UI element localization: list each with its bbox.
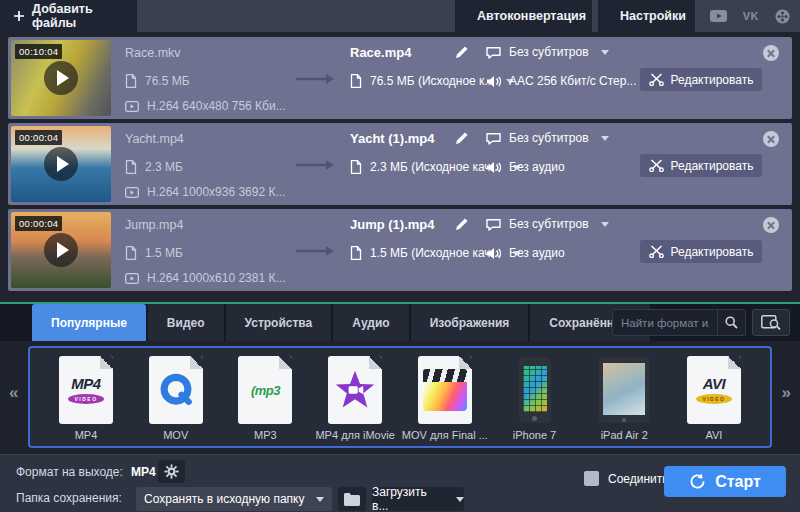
chevron-down-icon (456, 497, 464, 502)
subtitles-dropdown[interactable]: Без субтитров (486, 217, 609, 231)
save-folder-label: Папка сохранения: (16, 491, 122, 505)
format-settings-button[interactable] (158, 460, 185, 483)
upload-button[interactable]: Загрузить в... (372, 487, 464, 511)
speaker-icon (486, 247, 501, 260)
youtube-icon[interactable] (710, 10, 727, 22)
merge-label: Соединить (608, 472, 669, 486)
speaker-icon (486, 161, 501, 174)
format-card-iphone7[interactable]: iPhone 7 (491, 354, 579, 441)
edit-button[interactable]: Редактировать (640, 154, 762, 177)
save-folder-dropdown[interactable]: Сохранять в исходную папку (136, 487, 332, 511)
audio-dropdown[interactable]: Без аудио (486, 160, 565, 174)
tab-popular[interactable]: Популярные (32, 304, 146, 341)
imovie-star-icon (311, 354, 399, 426)
source-size-line: 1.5 МБ (125, 246, 183, 260)
source-filename: Yacht.mp4 (125, 132, 184, 146)
format-card-finalcut[interactable]: MOV для Final ... (401, 354, 489, 441)
subtitles-bubble-icon (486, 218, 501, 231)
convert-arrow-icon (296, 74, 334, 84)
output-size: 76.5 МБ (Исходное к... (370, 74, 494, 88)
file-icon (350, 246, 362, 260)
quicktime-icon (132, 354, 220, 426)
remove-file-button[interactable] (763, 131, 779, 147)
tabs: Популярные Видео Устройства Аудио Изобра… (32, 304, 652, 341)
finalcut-clapper-icon (401, 354, 489, 426)
duration-badge: 00:00:04 (15, 216, 62, 231)
merge-checkbox[interactable] (584, 471, 599, 486)
edit-button[interactable]: Редактировать (640, 68, 762, 91)
autoconvert-button[interactable]: Автоконвертация (455, 0, 592, 32)
duration-badge: 00:00:04 (15, 130, 62, 145)
video-thumbnail: 00:00:04 (11, 212, 111, 288)
source-codec-line: H.264 1000x936 3692 К... (125, 185, 285, 199)
scroll-left-button[interactable]: « (9, 383, 18, 403)
audio-dropdown[interactable]: Без аудио (486, 246, 565, 260)
format-tabbar: Популярные Видео Устройства Аудио Изобра… (0, 304, 800, 341)
tab-devices[interactable]: Устройства (226, 304, 332, 341)
tab-images[interactable]: Изображения (411, 304, 529, 341)
rename-pencil-icon[interactable] (455, 132, 468, 145)
remove-file-button[interactable] (763, 45, 779, 61)
play-button[interactable] (44, 233, 78, 267)
output-format-value: MP4 (131, 465, 156, 479)
format-card-mov[interactable]: MOV (132, 354, 220, 441)
source-codec-line: H.264 1000x610 2381 К... (125, 271, 285, 285)
bottom-bar: Формат на выходе: MP4 Папка сохранения: … (0, 454, 800, 512)
rename-pencil-icon[interactable] (455, 46, 468, 59)
format-label: iPad Air 2 (580, 429, 668, 441)
speaker-icon (486, 75, 501, 88)
output-filename[interactable]: Yacht (1).mp4 (350, 131, 435, 146)
search-input[interactable] (613, 310, 717, 335)
tab-video[interactable]: Видео (148, 304, 224, 341)
start-button[interactable]: Старт (664, 466, 786, 497)
remove-file-button[interactable] (763, 217, 779, 233)
play-button[interactable] (44, 61, 78, 95)
avi-icon-text: AVI (703, 376, 725, 391)
file-icon (350, 160, 362, 174)
format-panel: MP4 VIDEO MP4 MOV (mp3 MP3 (28, 346, 772, 448)
format-card-mp3[interactable]: (mp3 MP3 (221, 354, 309, 441)
format-card-ipadair2[interactable]: iPad Air 2 (580, 354, 668, 441)
tab-audio[interactable]: Аудио (333, 304, 408, 341)
search-button[interactable] (717, 310, 745, 335)
format-card-mp4[interactable]: MP4 VIDEO MP4 (42, 354, 130, 441)
output-size: 2.3 МБ (Исходное кач... (370, 160, 501, 174)
scissors-icon (649, 159, 664, 172)
file-icon (125, 160, 137, 174)
edit-label: Редактировать (671, 159, 754, 173)
output-filename[interactable]: Race.mp4 (350, 45, 411, 60)
device-detect-button[interactable] (752, 309, 790, 336)
scroll-right-button[interactable]: » (782, 383, 791, 403)
format-card-imovie[interactable]: MP4 для iMovie (311, 354, 399, 441)
settings-button[interactable]: Настройки (598, 0, 695, 32)
audio-value: AAC 256 Кбит/с Стер... (509, 74, 636, 88)
subtitles-dropdown[interactable]: Без субтитров (486, 45, 609, 59)
gear-icon (164, 464, 179, 479)
open-folder-button[interactable] (338, 487, 366, 511)
output-filename[interactable]: Jump (1).mp4 (350, 217, 435, 232)
format-label: MP3 (221, 429, 309, 441)
rename-pencil-icon[interactable] (455, 218, 468, 231)
upload-label: Загрузить в... (372, 485, 446, 512)
video-thumbnail: 00:00:04 (11, 126, 111, 202)
mp3-file-icon: (mp3 (221, 354, 309, 426)
file-row-yacht: 00:00:04 Yacht.mp4 2.3 МБ H.264 1000x936… (8, 123, 792, 205)
subtitles-bubble-icon (486, 46, 501, 59)
add-files-button[interactable]: Добавить файлы (0, 0, 137, 32)
source-size: 76.5 МБ (145, 74, 190, 88)
format-label: iPhone 7 (491, 429, 579, 441)
edit-button[interactable]: Редактировать (640, 240, 762, 263)
vk-icon[interactable]: VK (743, 10, 759, 22)
play-button[interactable] (44, 147, 78, 181)
convert-refresh-icon (689, 473, 706, 490)
format-label: MOV для Final ... (401, 429, 489, 441)
mp3-icon-text: (mp3 (251, 384, 280, 397)
file-row-race: 00:10:04 Race.mkv 76.5 МБ H.264 640x480 … (8, 37, 792, 119)
audio-dropdown[interactable]: AAC 256 Кбит/с Стер... (486, 74, 656, 88)
subtitles-dropdown[interactable]: Без субтитров (486, 131, 609, 145)
iphone-icon (491, 354, 579, 426)
format-card-avi[interactable]: AVI VIDEO AVI (670, 354, 758, 441)
source-size-line: 2.3 МБ (125, 160, 183, 174)
film-reel-icon[interactable] (775, 9, 790, 24)
convert-arrow-icon (296, 246, 334, 256)
